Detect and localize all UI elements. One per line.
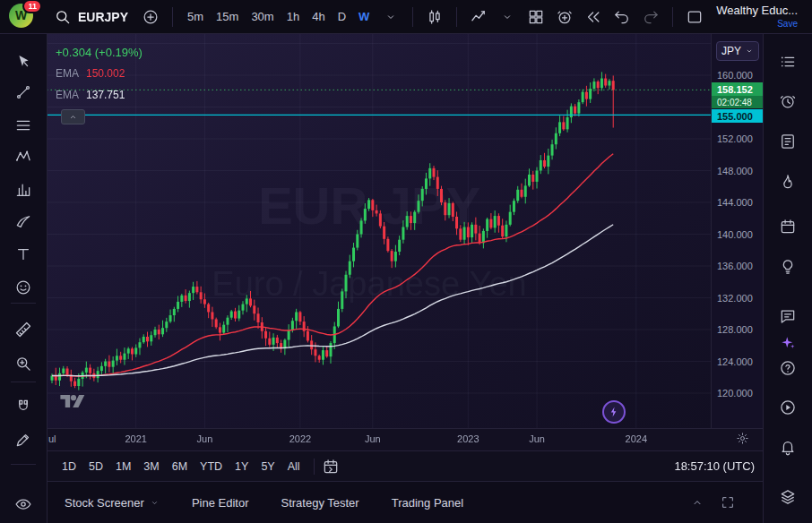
timeframe-1h[interactable]: 1h <box>281 4 306 30</box>
tool-ruler[interactable] <box>8 316 39 343</box>
tool-hotlist[interactable] <box>773 168 803 195</box>
price-tick: 120.000 <box>717 388 753 399</box>
play-icon <box>779 399 797 416</box>
chart-style-button[interactable] <box>421 4 448 30</box>
layout-name-block[interactable]: Wealthy Educ... Save <box>716 4 803 29</box>
range-1y[interactable]: 1Y <box>229 458 255 476</box>
undo-button[interactable] <box>609 4 635 30</box>
range-1m[interactable]: 1M <box>109 458 137 476</box>
bar-replay-button[interactable] <box>580 4 607 30</box>
timeframe-4h[interactable]: 4h <box>306 4 331 30</box>
tool-xabcd-pattern[interactable] <box>8 143 39 170</box>
timeframe-5m[interactable]: 5m <box>181 4 210 30</box>
account-menu-button[interactable]: W 11 <box>9 4 36 30</box>
chevron-up-icon <box>68 112 78 122</box>
timeframe-menu-button[interactable] <box>377 4 404 30</box>
tool-alert-clock[interactable] <box>773 88 803 115</box>
tool-idea[interactable] <box>773 253 803 280</box>
tool-play[interactable] <box>773 394 803 421</box>
indicators-button[interactable] <box>465 4 492 30</box>
object-tree-icon <box>779 488 797 506</box>
top-toolbar: W 11 EURJPY 5m15m30m1h4hDW Wealthy Educ.… <box>0 0 812 34</box>
tool-watchlist[interactable] <box>773 48 803 75</box>
save-layout-button[interactable] <box>681 4 708 30</box>
tool-calendar[interactable] <box>773 213 803 240</box>
collapse-line-button[interactable] <box>61 109 85 124</box>
time-tick: 2021 <box>125 433 146 444</box>
open-panel-icon[interactable] <box>690 495 704 510</box>
divider <box>172 7 173 27</box>
tab-pine-editor[interactable]: Pine Editor <box>192 496 249 510</box>
price-axis[interactable]: 160.000152.000148.000144.000140.000136.0… <box>711 34 764 428</box>
tab-stock-screener[interactable]: Stock Screener <box>65 496 160 510</box>
maximize-panel-icon[interactable] <box>721 495 735 510</box>
tool-notifications[interactable] <box>773 433 803 460</box>
go-to-date-icon[interactable] <box>322 458 340 476</box>
indicator-row[interactable]: EMA 137.751 <box>56 84 143 106</box>
chart-settings-gear-icon[interactable] <box>736 432 749 449</box>
tool-magnet[interactable] <box>8 393 39 420</box>
tool-trend-line[interactable] <box>8 79 39 106</box>
tab-trading-panel[interactable]: Trading Panel <box>392 496 463 510</box>
tool-text[interactable] <box>8 241 39 268</box>
tradingview-logo[interactable] <box>58 392 89 414</box>
tool-object-tree[interactable] <box>773 484 803 510</box>
range-ytd[interactable]: YTD <box>194 458 229 476</box>
date-range-toolbar: 1D5D1M3M6MYTD1Y5YAll 18:57:10 (UTC) <box>47 450 764 481</box>
tool-brush[interactable] <box>8 209 39 236</box>
timeframe-30m[interactable]: 30m <box>245 4 280 30</box>
tool-forecast[interactable] <box>8 176 39 203</box>
range-6m[interactable]: 6M <box>166 458 194 476</box>
timeframe-D[interactable]: D <box>332 4 352 30</box>
tool-emoji[interactable] <box>8 274 39 301</box>
trend-line-icon <box>14 83 32 101</box>
tool-help[interactable] <box>773 355 803 382</box>
timeframe-15m[interactable]: 15m <box>210 4 245 30</box>
compare-add-button[interactable] <box>137 4 164 30</box>
bar-countdown: 02:02:48 <box>712 96 764 108</box>
range-all[interactable]: All <box>281 458 307 476</box>
tool-zoom[interactable] <box>8 350 39 377</box>
range-buttons: 1D5D1M3M6MYTD1Y5YAll <box>56 458 307 476</box>
range-3m[interactable]: 3M <box>137 458 165 476</box>
tool-chat[interactable] <box>773 303 803 330</box>
ai-sparkle-icon <box>780 335 796 351</box>
tool-pencil[interactable] <box>8 426 39 453</box>
help-icon <box>779 359 797 377</box>
grid-layout-icon <box>527 8 545 26</box>
tool-ai-sparkle[interactable] <box>773 330 803 356</box>
tool-fib-retracement[interactable] <box>8 112 39 139</box>
tool-cursor[interactable] <box>8 48 39 75</box>
tool-journal[interactable] <box>773 128 803 155</box>
tab-label: Stock Screener <box>65 496 144 510</box>
tool-eye[interactable] <box>8 491 39 518</box>
indicator-icon <box>470 8 488 26</box>
time-axis[interactable]: ul2021Jun2022Jun2023Jun2024 <box>47 428 764 451</box>
utc-clock[interactable]: 18:57:10 (UTC) <box>674 459 755 473</box>
indicator-label: EMA <box>56 89 79 101</box>
ruler-icon <box>14 321 32 339</box>
currency-toggle-button[interactable]: JPY <box>716 41 759 61</box>
quick-action-button[interactable] <box>602 400 626 424</box>
save-button[interactable]: Save <box>777 19 798 30</box>
range-5d[interactable]: 5D <box>82 458 109 476</box>
journal-icon <box>779 133 797 150</box>
xabcd-pattern-icon <box>14 148 32 166</box>
tab-strategy-tester[interactable]: Strategy Tester <box>281 496 358 510</box>
create-alert-button[interactable] <box>551 4 578 30</box>
pencil-icon <box>14 431 32 449</box>
indicator-row[interactable]: EMA 150.002 <box>56 63 143 84</box>
range-1d[interactable]: 1D <box>56 458 82 476</box>
indicator-templates-button[interactable] <box>494 4 521 30</box>
range-5y[interactable]: 5Y <box>255 458 281 476</box>
chart-legend: +0.304 (+0.19%) EMA 150.002 EMA 137.751 <box>56 41 143 106</box>
redo-button[interactable] <box>637 4 664 30</box>
time-tick: 2022 <box>289 433 311 444</box>
emoji-icon <box>14 279 32 296</box>
price-chart-canvas[interactable] <box>47 34 711 428</box>
layout-grid-button[interactable] <box>523 4 549 30</box>
indicator-label: EMA <box>56 67 79 80</box>
timeframe-W[interactable]: W <box>352 4 376 30</box>
alert-plus-icon <box>556 8 574 26</box>
symbol-search-button[interactable]: EURJPY <box>47 4 135 30</box>
